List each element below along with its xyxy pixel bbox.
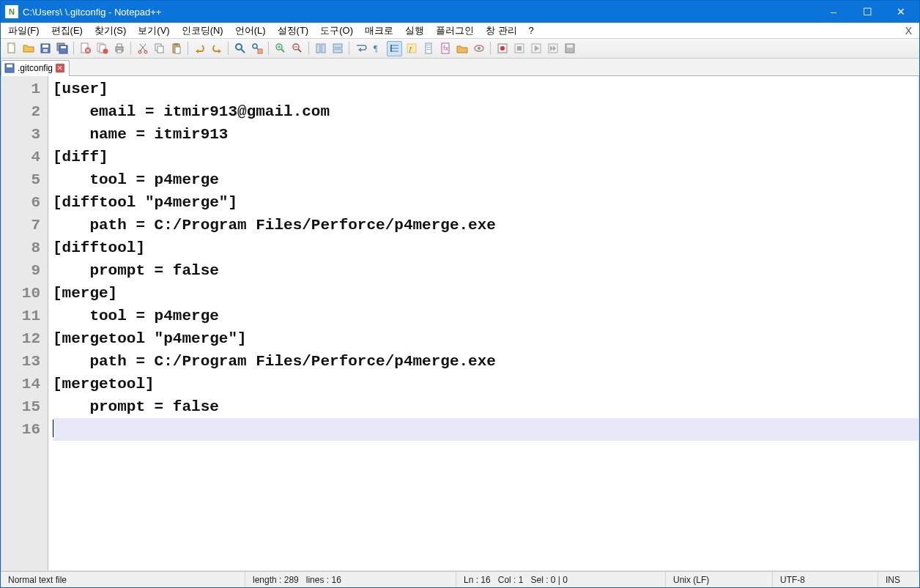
editor-line: [difftool] (53, 237, 919, 259)
tab-gitconfig[interactable]: .gitconfig ✕ (1, 60, 70, 76)
tab-close-icon[interactable]: ✕ (56, 64, 64, 72)
editor-area: 12345678910111213141516 [user] email = i… (1, 76, 919, 571)
status-filetype: Normal text file (1, 572, 245, 587)
editor-line: prompt = false (53, 395, 919, 418)
svg-marker-51 (535, 45, 539, 51)
show-all-chars-icon[interactable]: ¶ (370, 41, 385, 56)
save-macro-icon[interactable] (562, 41, 577, 56)
indent-guide-icon[interactable] (387, 41, 402, 56)
stop-macro-icon[interactable] (511, 41, 527, 56)
svg-marker-34 (358, 48, 361, 52)
svg-rect-30 (316, 44, 320, 53)
title-bar: N C:\Users\ \.gitconfig - Notepad++ – ☐ … (1, 1, 919, 23)
line-number-gutter: 12345678910111213141516 (1, 76, 48, 570)
svg-marker-24 (218, 49, 221, 53)
save-icon (4, 63, 15, 73)
menu-tools[interactable]: 도구(O) (314, 23, 359, 39)
svg-point-45 (478, 47, 481, 50)
app-icon-letter: N (9, 7, 15, 16)
status-position: Ln : 16 Col : 1 Sel : 0 | 0 (456, 572, 666, 587)
save-all-icon[interactable] (54, 41, 70, 56)
monitor-icon[interactable] (471, 41, 486, 56)
status-eol[interactable]: Unix (LF) (666, 572, 773, 587)
editor-line: email = itmir913@gmail.com (53, 100, 919, 123)
svg-rect-21 (174, 43, 178, 45)
svg-rect-40 (426, 47, 431, 48)
svg-marker-53 (550, 45, 553, 51)
cut-icon[interactable] (135, 41, 150, 56)
menu-window[interactable]: 창 관리 (480, 23, 523, 39)
svg-point-25 (236, 44, 242, 50)
menu-view[interactable]: 보기(V) (132, 23, 175, 39)
minimize-button[interactable]: – (817, 1, 850, 23)
print-icon[interactable] (111, 41, 127, 56)
open-file-icon[interactable] (21, 41, 36, 56)
svg-rect-3 (42, 45, 48, 48)
svg-rect-14 (117, 44, 122, 47)
zoom-out-icon[interactable] (289, 41, 305, 56)
status-length-lines: length : 289 lines : 16 (245, 572, 456, 587)
menu-file[interactable]: 파일(F) (2, 23, 45, 39)
svg-rect-56 (567, 45, 573, 48)
menu-mdi-close[interactable]: X (899, 25, 918, 37)
menu-language[interactable]: 언어(L) (229, 23, 272, 39)
paste-icon[interactable] (168, 41, 184, 56)
svg-rect-32 (333, 44, 342, 48)
editor-line: [mergetool] (53, 373, 919, 395)
menu-run[interactable]: 실행 (399, 23, 430, 39)
menu-encoding[interactable]: 인코딩(N) (176, 23, 229, 39)
svg-point-47 (500, 46, 505, 51)
user-lang-icon[interactable]: ƒ (404, 41, 419, 56)
close-file-icon[interactable] (78, 41, 93, 56)
folder-workspace-icon[interactable] (454, 41, 470, 56)
maximize-button[interactable]: ☐ (850, 1, 884, 23)
svg-text:ƒ: ƒ (409, 45, 412, 53)
editor-line: name = itmir913 (53, 123, 919, 146)
replace-icon[interactable] (249, 41, 264, 56)
copy-icon[interactable] (152, 41, 167, 56)
sync-hscroll-icon[interactable] (330, 41, 345, 56)
zoom-in-icon[interactable] (272, 41, 288, 56)
svg-text:¶: ¶ (374, 43, 378, 53)
play-macro-icon[interactable] (528, 41, 544, 56)
find-icon[interactable] (232, 41, 248, 56)
play-macro-multi-icon[interactable] (545, 41, 560, 56)
editor-line (53, 418, 919, 441)
editor-line: [merge] (53, 282, 919, 305)
menu-search[interactable]: 찾기(S) (89, 23, 132, 39)
editor-line: [diff] (53, 146, 919, 168)
menu-plugins[interactable]: 플러그인 (430, 23, 480, 39)
editor-line: [user] (53, 78, 919, 100)
undo-icon[interactable] (192, 41, 207, 56)
menu-settings[interactable]: 설정(T) (272, 23, 315, 39)
menu-help[interactable]: ? (523, 23, 540, 37)
record-macro-icon[interactable] (494, 41, 510, 56)
svg-text:fx: fx (443, 45, 449, 52)
svg-rect-7 (61, 46, 66, 48)
svg-rect-58 (7, 64, 12, 67)
editor-line: path = C:/Program Files/Perforce/p4merge… (53, 214, 919, 237)
text-editor[interactable]: [user] email = itmir913@gmail.com name =… (48, 76, 919, 570)
close-all-icon[interactable] (94, 41, 110, 56)
status-encoding[interactable]: UTF-8 (773, 572, 878, 587)
sync-vscroll-icon[interactable] (313, 41, 328, 56)
close-button[interactable]: ✕ (884, 1, 918, 23)
new-file-icon[interactable] (4, 41, 19, 56)
editor-line: path = C:/Program Files/Perforce/p4merge… (53, 350, 919, 373)
menu-edit[interactable]: 편집(E) (45, 23, 89, 39)
svg-point-12 (103, 49, 108, 54)
redo-icon[interactable] (209, 41, 224, 56)
editor-line: tool = p4merge (53, 168, 919, 191)
window-title: C:\Users\ \.gitconfig - Notepad++ (23, 7, 161, 18)
doc-map-icon[interactable] (420, 41, 436, 56)
save-icon[interactable] (37, 41, 53, 56)
word-wrap-icon[interactable] (353, 41, 368, 56)
svg-rect-15 (117, 50, 122, 53)
svg-rect-22 (175, 47, 180, 53)
status-bar: Normal text file length : 289 lines : 16… (1, 571, 919, 587)
function-list-icon[interactable]: fx (437, 41, 453, 56)
status-insert-mode[interactable]: INS (878, 572, 919, 587)
menu-macro[interactable]: 매크로 (359, 23, 399, 39)
svg-rect-27 (258, 49, 262, 53)
tab-label: .gitconfig (18, 63, 53, 73)
